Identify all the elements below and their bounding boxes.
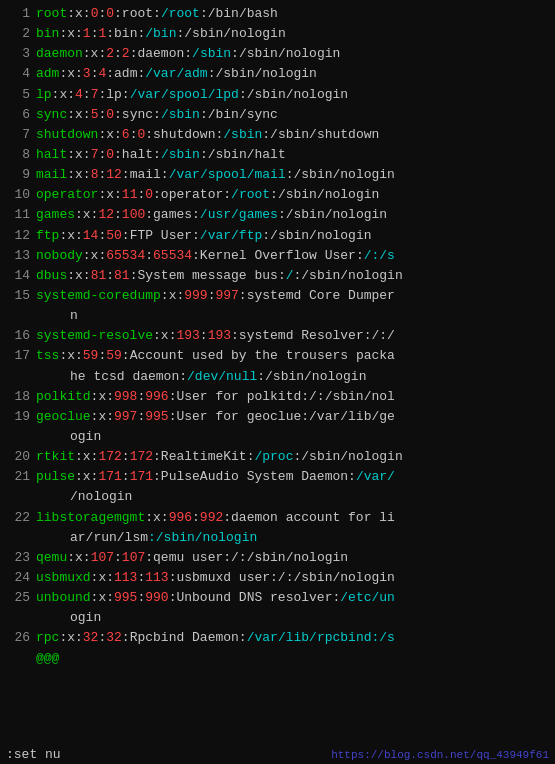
text-segment: 65534 xyxy=(153,248,192,263)
text-segment: :shutdown: xyxy=(145,127,223,142)
text-segment: 32 xyxy=(83,630,99,645)
text-segment: 14 xyxy=(83,228,99,243)
line-content: halt:x:7:0:halt:/sbin:/sbin/halt xyxy=(36,145,553,165)
text-segment: : xyxy=(200,328,208,343)
terminal-line: ogin xyxy=(2,427,553,447)
line-number: 14 xyxy=(2,266,30,286)
text-segment: 999 xyxy=(184,288,207,303)
terminal-line: 10operator:x:11:0:operator:/root:/sbin/n… xyxy=(2,185,553,205)
text-segment: :x: xyxy=(91,570,114,585)
text-segment: n xyxy=(70,308,78,323)
text-segment: /bin xyxy=(145,26,176,41)
terminal-line: n xyxy=(2,306,553,326)
text-segment: :daemon: xyxy=(130,46,192,61)
terminal-line: 18polkitd:x:998:996:User for polkitd:/:/… xyxy=(2,387,553,407)
line-content: daemon:x:2:2:daemon:/sbin:/sbin/nologin xyxy=(36,44,553,64)
line-content: systemd-resolve:x:193:193:systemd Resolv… xyxy=(36,326,553,346)
text-segment: he tcsd daemon: xyxy=(70,369,187,384)
line-content: pulse:x:171:171:PulseAudio System Daemon… xyxy=(36,467,553,487)
line-content: ogin xyxy=(36,608,553,628)
terminal-line: 9mail:x:8:12:mail:/var/spool/mail:/sbin/… xyxy=(2,165,553,185)
text-segment: 171 xyxy=(130,469,153,484)
text-segment: :RealtimeKit: xyxy=(153,449,254,464)
line-number: 7 xyxy=(2,125,30,145)
terminal-line: 7shutdown:x:6:0:shutdown:/sbin:/sbin/shu… xyxy=(2,125,553,145)
text-segment: 171 xyxy=(98,469,121,484)
text-segment: / xyxy=(286,268,294,283)
line-number: 16 xyxy=(2,326,30,346)
line-number: 19 xyxy=(2,407,30,427)
text-segment: 4 xyxy=(75,87,83,102)
line-content: /nologin xyxy=(36,487,553,507)
text-segment: 81 xyxy=(114,268,130,283)
text-segment: :adm: xyxy=(106,66,145,81)
line-number: 22 xyxy=(2,508,30,528)
line-number: 9 xyxy=(2,165,30,185)
text-segment: :FTP User: xyxy=(122,228,200,243)
text-segment: :x: xyxy=(67,550,90,565)
text-segment: :x: xyxy=(59,348,82,363)
text-segment: nobody xyxy=(36,248,83,263)
text-segment: :games: xyxy=(145,207,200,222)
text-segment: :/sbin/nologin xyxy=(294,268,403,283)
line-content: qemu:x:107:107:qemu user:/:/sbin/nologin xyxy=(36,548,553,568)
text-segment: :/sbin/halt xyxy=(200,147,286,162)
line-number: 25 xyxy=(2,588,30,608)
text-segment: shutdown xyxy=(36,127,98,142)
line-number: 24 xyxy=(2,568,30,588)
text-segment: :x: xyxy=(153,328,176,343)
text-segment: 0 xyxy=(106,147,114,162)
text-segment: : xyxy=(122,449,130,464)
text-segment: 998 xyxy=(114,389,137,404)
line-content: nobody:x:65534:65534:Kernel Overflow Use… xyxy=(36,246,553,266)
terminal-line: ar/run/lsm:/sbin/nologin xyxy=(2,528,553,548)
text-segment: 172 xyxy=(98,449,121,464)
line-number: 2 xyxy=(2,24,30,44)
text-segment: usbmuxd xyxy=(36,570,91,585)
terminal-line: 8halt:x:7:0:halt:/sbin:/sbin/halt xyxy=(2,145,553,165)
text-segment: :/sbin/nologin xyxy=(239,87,348,102)
terminal-line: 22libstoragemgmt:x:996:992:daemon accoun… xyxy=(2,508,553,528)
text-segment: 59 xyxy=(83,348,99,363)
text-segment: polkitd xyxy=(36,389,91,404)
terminal-line: 20rtkit:x:172:172:RealtimeKit:/proc:/sbi… xyxy=(2,447,553,467)
text-segment: /var/ftp xyxy=(200,228,262,243)
text-segment: ogin xyxy=(70,610,101,625)
text-segment: 0 xyxy=(106,107,114,122)
text-segment: :/sbin/nologin xyxy=(208,66,317,81)
terminal-line: 4adm:x:3:4:adm:/var/adm:/sbin/nologin xyxy=(2,64,553,84)
text-segment: :systemd Core Dumper xyxy=(239,288,395,303)
line-number: 8 xyxy=(2,145,30,165)
text-segment: /nologin xyxy=(70,489,132,504)
text-segment: 0 xyxy=(145,187,153,202)
line-content: n xyxy=(36,306,553,326)
atat-text: @@@ xyxy=(36,649,59,669)
text-segment: systemd-coredump xyxy=(36,288,161,303)
text-segment: 996 xyxy=(169,510,192,525)
text-segment: /dev/null xyxy=(187,369,257,384)
terminal-line: 13nobody:x:65534:65534:Kernel Overflow U… xyxy=(2,246,553,266)
text-segment: /root xyxy=(161,6,200,21)
text-segment: :/sbin/nologin xyxy=(148,530,257,545)
text-segment: :x: xyxy=(98,187,121,202)
line-content: lp:x:4:7:lp:/var/spool/lpd:/sbin/nologin xyxy=(36,85,553,105)
line-content: sync:x:5:0:sync:/sbin:/bin/sync xyxy=(36,105,553,125)
terminal-line: 16systemd-resolve:x:193:193:systemd Reso… xyxy=(2,326,553,346)
text-segment: adm xyxy=(36,66,59,81)
text-segment: 992 xyxy=(200,510,223,525)
text-segment: : xyxy=(122,469,130,484)
text-segment: :/sbin/nologin xyxy=(286,167,395,182)
text-segment: /proc xyxy=(254,449,293,464)
line-content: tss:x:59:59:Account used by the trousers… xyxy=(36,346,553,366)
text-segment: halt xyxy=(36,147,67,162)
line-content: unbound:x:995:990:Unbound DNS resolver:/… xyxy=(36,588,553,608)
text-segment: /sbin xyxy=(161,107,200,122)
text-segment: 6 xyxy=(122,127,130,142)
text-segment: :Unbound DNS resolver: xyxy=(169,590,341,605)
terminal-line: 19geoclue:x:997:995:User for geoclue:/va… xyxy=(2,407,553,427)
text-segment: 172 xyxy=(130,449,153,464)
text-segment: 997 xyxy=(114,409,137,424)
set-nu-label: :set nu xyxy=(6,747,61,762)
text-segment: 32 xyxy=(106,630,122,645)
text-segment: :mail: xyxy=(122,167,169,182)
